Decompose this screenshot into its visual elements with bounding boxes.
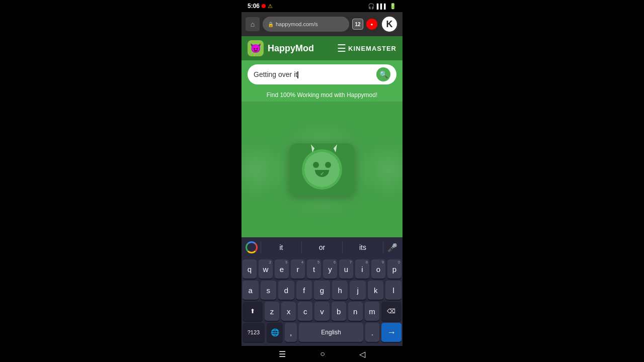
tab-count[interactable]: 12 <box>352 19 363 30</box>
key-w[interactable]: 2w <box>259 259 273 279</box>
backspace-key[interactable]: ⌫ <box>381 302 401 321</box>
suggestion-1[interactable]: it <box>262 241 300 253</box>
key-l[interactable]: l <box>385 281 401 300</box>
status-time: 5:06 <box>248 3 260 10</box>
headphone-icon: 🎧 <box>368 3 375 10</box>
kinemaster-header-text: KINEMASTER <box>348 45 396 52</box>
period-key[interactable]: . <box>365 323 379 342</box>
key-row-3: ⬆ z x c v b n m ⌫ <box>243 302 401 321</box>
mic-icon[interactable]: 🎤 <box>384 243 400 252</box>
key-c[interactable]: c <box>298 302 312 321</box>
app-card: ✓ <box>289 143 355 196</box>
key-m[interactable]: m <box>365 302 379 321</box>
monster-icon: ✓ <box>302 149 342 190</box>
nav-menu-icon[interactable]: ☰ <box>279 349 286 359</box>
battery-icon: 🔋 <box>389 3 396 10</box>
logo-area: 😈 HappyMod <box>248 40 314 56</box>
key-row-1: q 2w 3e 4r 5t 6y 7u 8i 9o 0p <box>243 259 401 279</box>
key-q[interactable]: q <box>243 259 257 279</box>
language-label: English <box>321 329 341 336</box>
enter-key[interactable]: → <box>381 323 401 342</box>
signal-icon: ▌▌▌ <box>377 4 387 9</box>
key-d[interactable]: d <box>278 281 294 300</box>
key-o[interactable]: 9o <box>371 259 385 279</box>
key-t[interactable]: 5t <box>307 259 321 279</box>
key-v[interactable]: v <box>314 302 329 321</box>
suggestion-2[interactable]: or <box>303 241 341 253</box>
happymod-content: 😈 HappyMod ☰ KINEMASTER Getting over it … <box>242 36 403 237</box>
url-text: happymod.com/s <box>276 21 344 27</box>
kinemaster-avatar[interactable]: K <box>380 15 398 33</box>
key-k[interactable]: k <box>368 281 384 300</box>
key-f[interactable]: f <box>296 281 312 300</box>
status-bar: 5:06 ⚠ 🎧 ▌▌▌ 🔋 <box>242 0 403 12</box>
promo-area: ✓ <box>242 102 403 237</box>
suggestion-bar: it or its 🎤 <box>242 237 403 257</box>
key-row-2: a s d f g h j k l <box>243 281 401 300</box>
key-i[interactable]: 8i <box>355 259 369 279</box>
notification-dot <box>262 4 266 8</box>
record-button[interactable]: ● <box>366 19 377 30</box>
search-input[interactable]: Getting over it <box>254 70 372 78</box>
key-u[interactable]: 7u <box>339 259 353 279</box>
shift-key[interactable]: ⬆ <box>243 302 263 321</box>
key-j[interactable]: j <box>350 281 366 300</box>
key-z[interactable]: z <box>265 302 279 321</box>
key-r[interactable]: 4r <box>291 259 305 279</box>
comma-key[interactable]: , <box>285 323 297 342</box>
happymod-logo-text: HappyMod <box>268 43 314 54</box>
divider <box>261 241 261 253</box>
keyboard-area: it or its 🎤 q 2w 3e 4r 5t 6y 7u 8i 9o 0p <box>242 237 403 346</box>
google-icon <box>244 239 260 255</box>
search-bar[interactable]: Getting over it 🔍 <box>248 64 396 84</box>
divider <box>383 241 383 253</box>
suggestion-3[interactable]: its <box>344 241 382 253</box>
search-button[interactable]: 🔍 <box>376 67 390 81</box>
url-bar[interactable]: 🔒 happymod.com/s <box>263 17 349 32</box>
browser-home-button[interactable]: ⌂ <box>246 17 260 31</box>
key-s[interactable]: s <box>261 281 277 300</box>
key-x[interactable]: x <box>281 302 296 321</box>
promo-subtext: Find 100% Working mod with Happymod! <box>242 88 403 102</box>
key-h[interactable]: h <box>332 281 348 300</box>
key-n[interactable]: n <box>348 302 363 321</box>
key-row-4: ?123 🌐 , English . → <box>243 323 401 342</box>
warning-icon: ⚠ <box>268 3 273 10</box>
menu-icon[interactable]: ☰ <box>337 42 346 54</box>
globe-key[interactable]: 🌐 <box>267 323 283 342</box>
numbers-key[interactable]: ?123 <box>243 323 265 342</box>
key-y[interactable]: 6y <box>323 259 337 279</box>
space-key[interactable]: English <box>299 323 363 342</box>
nav-back-icon[interactable]: ◁ <box>359 349 365 359</box>
kinemaster-k-letter: K <box>386 19 393 30</box>
key-e[interactable]: 3e <box>275 259 289 279</box>
navigation-bar: ☰ ○ ◁ <box>242 346 403 362</box>
browser-chrome: ⌂ 🔒 happymod.com/s 12 ● K <box>242 12 403 36</box>
search-bar-container: Getting over it 🔍 <box>242 60 403 88</box>
divider <box>301 241 302 253</box>
key-a[interactable]: a <box>243 281 259 300</box>
key-rows: q 2w 3e 4r 5t 6y 7u 8i 9o 0p a s d f g h… <box>242 257 403 346</box>
key-g[interactable]: g <box>314 281 330 300</box>
key-p[interactable]: 0p <box>387 259 401 279</box>
nav-home-icon[interactable]: ○ <box>320 349 325 358</box>
divider <box>342 241 343 253</box>
happymod-logo-icon: 😈 <box>248 40 264 56</box>
key-b[interactable]: b <box>332 302 346 321</box>
lock-icon: 🔒 <box>268 22 274 27</box>
happymod-header: 😈 HappyMod ☰ KINEMASTER <box>242 36 403 60</box>
